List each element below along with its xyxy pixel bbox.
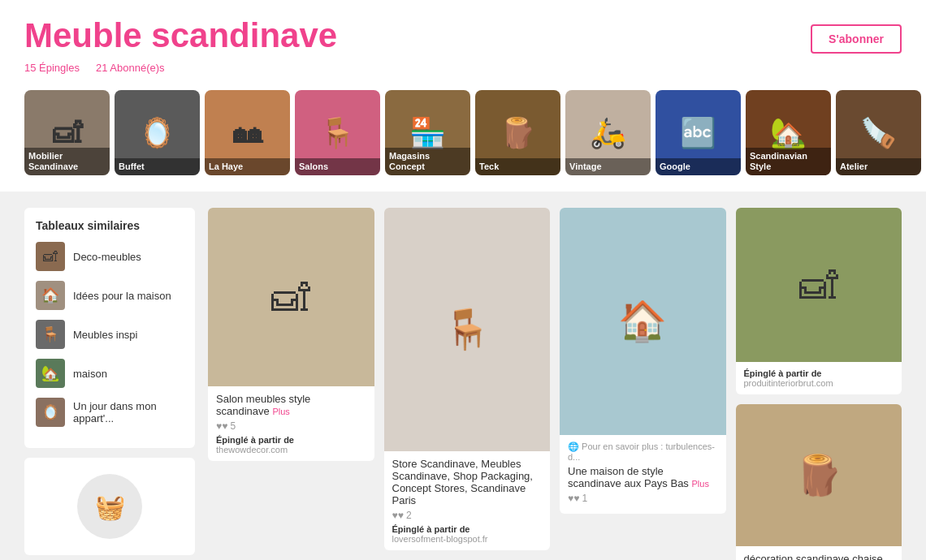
board-label: Magasins Concept xyxy=(385,148,470,175)
board-label: Google xyxy=(656,158,741,175)
main-content: Tableaux similaires 🛋 Deco-meubles 🏠 Idé… xyxy=(0,192,926,560)
pin-title: Salon meubles style scandinave Plus xyxy=(216,393,366,417)
preview-item: 🧺 xyxy=(77,474,142,539)
pin-title-link[interactable]: Plus xyxy=(691,479,708,489)
sidebar-item-label: Un jour dans mon appart'... xyxy=(73,400,184,424)
pin-title: Store Scandinave, Meubles Scandinave, Sh… xyxy=(392,458,543,506)
pin-info: Salon meubles style scandinave Plus♥♥ 5É… xyxy=(208,386,374,461)
pin-source-label: Épinglé à partir de xyxy=(392,524,543,534)
sidebar-item-label: maison xyxy=(73,368,107,380)
sidebar-thumb: 🪑 xyxy=(36,320,65,349)
board-item-google[interactable]: 🔤 Google xyxy=(656,90,741,175)
sidebar-item-maison[interactable]: 🏡 maison xyxy=(36,359,184,388)
pin-image: 🛋 xyxy=(736,208,902,362)
board-label: Buffet xyxy=(115,158,200,175)
similar-boards-card: Tableaux similaires 🛋 Deco-meubles 🏠 Idé… xyxy=(24,208,195,448)
pin-likes: ♥♥ 5 xyxy=(216,420,366,432)
board-item-mobilier[interactable]: 🛋 Mobilier Scandinave xyxy=(24,90,110,175)
sidebar-item-label: Deco-meubles xyxy=(73,251,141,263)
board-item-buffet[interactable]: 🪞 Buffet xyxy=(115,90,200,175)
boards-strip: 🛋 Mobilier Scandinave 🪞 Buffet 🏘 La Haye… xyxy=(0,82,926,192)
pin-title: Une maison de style scandinave aux Pays … xyxy=(568,465,718,489)
pins-col-3: 🏠 🌐 Pour en savoir plus : turbulences-d.… xyxy=(560,208,726,560)
pin-title-link[interactable]: Plus xyxy=(272,407,289,416)
board-item-teck[interactable]: 🪵 Teck xyxy=(475,90,560,175)
board-item-magasins[interactable]: 🏪 Magasins Concept xyxy=(385,90,470,175)
followers-count: 21 Abonné(e)s xyxy=(96,62,165,74)
board-item-scandinavian[interactable]: 🏡 Scandinavian Style xyxy=(746,90,831,175)
pin-likes: ♥♥ 2 xyxy=(392,510,543,521)
pins-col-1: 🛋 Salon meubles style scandinave Plus♥♥ … xyxy=(208,208,374,560)
pin-info: Store Scandinave, Meubles Scandinave, Sh… xyxy=(384,451,551,550)
pin-card-pin2[interactable]: 🪑 Store Scandinave, Meubles Scandinave, … xyxy=(384,208,551,550)
subscribe-button[interactable]: S'abonner xyxy=(811,24,902,54)
board-item-atelier[interactable]: 🪚 Atelier xyxy=(836,90,921,175)
pin-source-label: Épinglé à partir de xyxy=(216,435,366,445)
pins-col-4: 🛋 Épinglé à partir deproduitinteriorbrut… xyxy=(736,208,902,560)
stats-bar: 15 Épingles 21 Abonné(e)s xyxy=(24,62,902,74)
sidebar-preview: 🧺 xyxy=(24,458,195,555)
pin-card-pin3[interactable]: 🏠 🌐 Pour en savoir plus : turbulences-d.… xyxy=(560,208,726,514)
board-item-salons[interactable]: 🪑 Salons xyxy=(295,90,380,175)
board-item-lahaye[interactable]: 🏘 La Haye xyxy=(205,90,290,175)
pin-info: 🌐 Pour en savoir plus : turbulences-d...… xyxy=(560,435,726,514)
sidebar-thumb: 🏠 xyxy=(36,281,65,310)
page-title: Meuble scandinave xyxy=(24,16,902,55)
board-label: Salons xyxy=(295,158,380,175)
board-label: Vintage xyxy=(565,158,651,175)
board-item-vintage[interactable]: 🛵 Vintage xyxy=(565,90,651,175)
pin-image: 🏠 xyxy=(560,208,726,435)
pin-source-label: Épinglé à partir de xyxy=(744,368,894,378)
pins-count: 15 Épingles xyxy=(24,62,80,74)
pin-source: thewowdecor.com xyxy=(216,445,366,454)
sidebar-item-idees-maison[interactable]: 🏠 Idées pour la maison xyxy=(36,281,184,310)
sidebar-thumb: 🪞 xyxy=(36,398,65,427)
pin-image: 🛋 xyxy=(208,208,374,386)
pin-globe: 🌐 Pour en savoir plus : turbulences-d... xyxy=(568,442,718,462)
pin-likes: ♥♥ 1 xyxy=(568,493,718,504)
pin-image: 🪵 xyxy=(736,404,902,546)
pin-source: produitinteriorbrut.com xyxy=(744,378,894,388)
sidebar-item-meubles-inspi[interactable]: 🪑 Meubles inspi xyxy=(36,320,184,349)
pin-info: décoration scandinave chaise bois flotte… xyxy=(736,546,902,560)
board-label: Scandinavian Style xyxy=(746,148,831,175)
pin-image: 🪑 xyxy=(384,208,551,451)
pins-grid: 🛋 Salon meubles style scandinave Plus♥♥ … xyxy=(208,208,902,560)
pin-title: décoration scandinave chaise bois flotte… xyxy=(744,553,894,560)
board-label: La Haye xyxy=(205,158,290,175)
board-label: Teck xyxy=(475,158,560,175)
pin-info: Épinglé à partir deproduitinteriorbrut.c… xyxy=(736,362,902,394)
board-label: Mobilier Scandinave xyxy=(24,148,110,175)
sidebar-thumb: 🏡 xyxy=(36,359,65,388)
board-label: Atelier xyxy=(836,158,921,175)
sidebar-title: Tableaux similaires xyxy=(36,219,184,232)
pins-col-2: 🪑 Store Scandinave, Meubles Scandinave, … xyxy=(384,208,551,560)
sidebar-thumb: 🛋 xyxy=(36,242,65,271)
sidebar: Tableaux similaires 🛋 Deco-meubles 🏠 Idé… xyxy=(24,208,195,560)
sidebar-item-label: Meubles inspi xyxy=(73,329,138,341)
pin-card-pin4[interactable]: 🛋 Épinglé à partir deproduitinteriorbrut… xyxy=(736,208,902,394)
pin-source: loversofment-blogspot.fr xyxy=(392,534,543,544)
pin-card-pin1[interactable]: 🛋 Salon meubles style scandinave Plus♥♥ … xyxy=(208,208,374,461)
sidebar-item-un-jour[interactable]: 🪞 Un jour dans mon appart'... xyxy=(36,398,184,427)
sidebar-item-deco-meubles[interactable]: 🛋 Deco-meubles xyxy=(36,242,184,271)
sidebar-item-label: Idées pour la maison xyxy=(73,290,171,302)
pin-card-pin5[interactable]: 🪵 décoration scandinave chaise bois flot… xyxy=(736,404,902,560)
page-header: Meuble scandinave 15 Épingles 21 Abonné(… xyxy=(0,0,926,82)
